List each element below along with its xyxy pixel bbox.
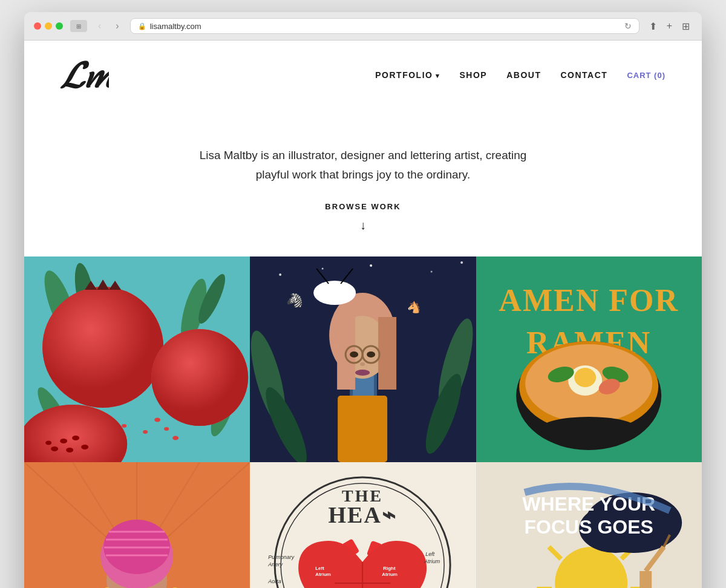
site-logo[interactable]: 𝓛𝓶 [60, 53, 109, 97]
portfolio-item-woman[interactable] [24, 462, 250, 588]
traffic-light-close[interactable] [34, 22, 41, 30]
svg-point-23 [143, 430, 148, 434]
share-button[interactable]: ⬆ [647, 19, 659, 33]
svg-point-25 [122, 424, 126, 428]
svg-point-29 [370, 264, 372, 267]
svg-point-50 [313, 281, 356, 305]
portfolio-item-ramen[interactable]: AMEN FOR RAMEN [476, 256, 702, 462]
svg-point-47 [360, 362, 365, 366]
site-nav: PORTFOLIO SHOP ABOUT CONTACT CART (0) [375, 70, 666, 80]
svg-point-24 [172, 436, 178, 440]
nav-portfolio[interactable]: PORTFOLIO [375, 70, 440, 80]
svg-rect-49 [338, 396, 387, 462]
svg-text:Atrium: Atrium [315, 572, 331, 577]
svg-point-19 [81, 445, 88, 449]
new-tab-button[interactable]: + [664, 19, 675, 33]
svg-text:Atrium: Atrium [382, 572, 397, 577]
svg-text:FOCUS GOES: FOCUS GOES [524, 516, 653, 538]
svg-text:HEA⌁: HEA⌁ [329, 502, 397, 528]
hero-description: Lisa Maltby is an illustrator, designer … [182, 146, 544, 185]
svg-point-18 [66, 448, 73, 452]
forward-button[interactable]: › [112, 19, 122, 33]
site-content: 𝓛𝓶 PORTFOLIO SHOP ABOUT CONTACT CART (0)… [24, 41, 702, 588]
browser-actions: ⬆ + ⊞ [647, 19, 692, 33]
svg-rect-41 [378, 317, 396, 390]
hero-section: Lisa Maltby is an illustrator, designer … [24, 109, 702, 256]
nav-cart[interactable]: CART (0) [627, 71, 666, 80]
svg-text:Pulmonary: Pulmonary [268, 554, 295, 560]
down-arrow-icon[interactable]: ↓ [36, 218, 690, 232]
svg-point-45 [350, 351, 358, 358]
browser-toolbar: ⊞ ‹ › 🔒 lisamaltby.com ↻ ⬆ + ⊞ [24, 12, 702, 41]
site-header: 𝓛𝓶 PORTFOLIO SHOP ABOUT CONTACT CART (0) [24, 41, 702, 109]
svg-text:𝓛𝓶: 𝓛𝓶 [60, 54, 109, 92]
browser-window: ⊞ ‹ › 🔒 lisamaltby.com ↻ ⬆ + ⊞ 𝓛𝓶 [24, 12, 702, 588]
svg-text:🦓: 🦓 [286, 292, 303, 309]
back-button[interactable]: ‹ [94, 19, 105, 33]
nav-shop[interactable]: SHOP [460, 70, 488, 80]
svg-point-31 [460, 261, 463, 264]
svg-point-21 [154, 417, 160, 422]
portfolio-grid: 🦓 🐴 AMEN FOR RAMEN [24, 256, 702, 588]
svg-text:Right: Right [383, 566, 396, 571]
address-bar[interactable]: 🔒 lisamaltby.com ↻ [130, 18, 639, 34]
svg-point-16 [72, 436, 79, 440]
svg-point-48 [355, 370, 370, 376]
svg-point-27 [279, 273, 281, 276]
svg-point-17 [51, 446, 58, 451]
svg-point-15 [60, 439, 67, 443]
refresh-button[interactable]: ↻ [624, 21, 632, 31]
svg-point-9 [42, 287, 163, 408]
svg-point-46 [367, 351, 375, 358]
portfolio-item-focus[interactable]: WHERE YOUR FOCUS GOES [476, 462, 702, 588]
svg-text:Left: Left [315, 566, 324, 571]
sidebar-toggle-button[interactable]: ⊞ [70, 20, 87, 32]
url-text: lisamaltby.com [150, 22, 201, 31]
svg-text:Aorta: Aorta [267, 578, 281, 584]
svg-text:Artery: Artery [267, 561, 283, 567]
lock-icon: 🔒 [138, 22, 146, 30]
svg-text:AMEN FOR: AMEN FOR [499, 283, 679, 318]
traffic-light-fullscreen[interactable] [56, 22, 63, 30]
portfolio-item-heart[interactable]: THE HEA⌁ Left Atrium [250, 462, 476, 588]
svg-point-28 [322, 267, 324, 269]
svg-text:Atrium: Atrium [424, 558, 440, 564]
traffic-lights [34, 22, 63, 30]
svg-text:Left: Left [425, 551, 435, 557]
svg-point-22 [164, 427, 169, 431]
nav-about[interactable]: ABOUT [506, 70, 541, 80]
svg-point-66 [540, 417, 637, 441]
svg-rect-121 [639, 571, 652, 588]
portfolio-item-portrait[interactable]: 🦓 🐴 [250, 256, 476, 462]
logo-svg: 𝓛𝓶 [60, 53, 109, 92]
nav-contact[interactable]: CONTACT [560, 70, 607, 80]
svg-text:🐴: 🐴 [407, 301, 421, 314]
browse-work-label[interactable]: BROWSE WORK [36, 202, 690, 211]
traffic-light-minimize[interactable] [45, 22, 52, 30]
tab-overview-button[interactable]: ⊞ [679, 19, 692, 33]
portfolio-item-pomegranate[interactable] [24, 256, 250, 462]
svg-point-62 [574, 368, 596, 387]
svg-point-20 [45, 440, 51, 445]
svg-point-30 [431, 270, 433, 272]
svg-point-12 [151, 329, 248, 426]
